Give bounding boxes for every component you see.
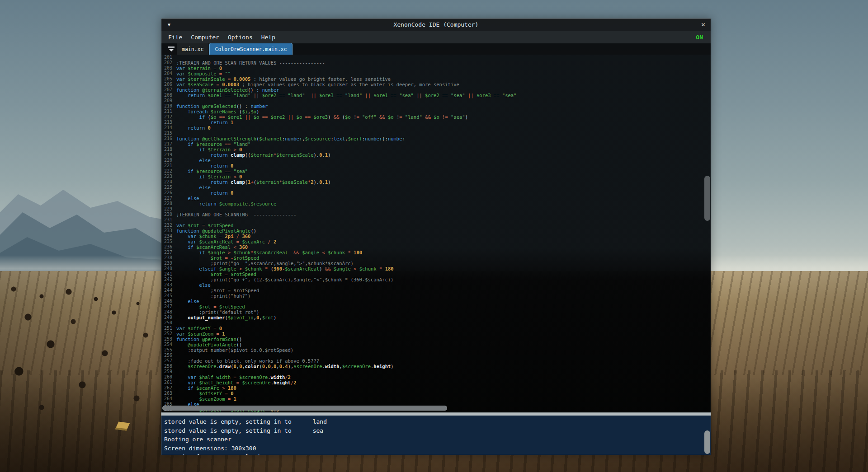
close-icon[interactable]: ✕ bbox=[701, 20, 705, 28]
line-number: 226 bbox=[161, 190, 172, 196]
code-line[interactable]: 217 if $resource == "land" bbox=[161, 141, 711, 147]
menu-help[interactable]: Help bbox=[260, 34, 277, 41]
code-line[interactable]: 260 var $half_width = $screenOre.width/2 bbox=[161, 374, 711, 380]
code-line[interactable]: 207function @terrainSelected() : number bbox=[161, 87, 711, 93]
power-status-badge[interactable]: ON bbox=[696, 34, 703, 41]
code-line[interactable]: 228 return $composite.$resource bbox=[161, 201, 711, 206]
code-line[interactable]: 201 bbox=[161, 55, 711, 60]
code-line[interactable]: 204var $composite = "" bbox=[161, 71, 711, 76]
editor-console-divider[interactable] bbox=[161, 412, 711, 416]
code-line-text: $scanZoom = 1 bbox=[176, 396, 236, 402]
editor-vertical-scrollbar[interactable] bbox=[704, 176, 710, 221]
code-line-text: function @getChannelStrength($channel:nu… bbox=[176, 136, 405, 141]
code-line[interactable]: 256 bbox=[161, 353, 711, 358]
code-line[interactable]: 229 bbox=[161, 206, 711, 212]
code-line[interactable]: 225 else bbox=[161, 185, 711, 190]
code-line[interactable]: 247 $rot = $rotSpeed bbox=[161, 304, 711, 309]
menu-computer[interactable]: Computer bbox=[189, 34, 221, 41]
code-line[interactable]: 241 $rot = $rotSpeed bbox=[161, 271, 711, 277]
code-line[interactable]: 245 ;print("huh?") bbox=[161, 293, 711, 299]
code-line[interactable]: 255 ;output_number($pivot_io,0,$rotSpeed… bbox=[161, 347, 711, 353]
code-line[interactable]: 235 var $scanArcReal = $scanArc / 2 bbox=[161, 239, 711, 244]
code-line[interactable]: 236 if $scanArcReal < 360 bbox=[161, 244, 711, 250]
code-line[interactable]: 262 if $scanArc > 180 bbox=[161, 385, 711, 391]
code-line[interactable]: 206var $seaScale = 0.0003 ; higher value… bbox=[161, 82, 711, 87]
code-line[interactable]: 232var $rot = $rotSpeed bbox=[161, 223, 711, 228]
code-line-text: ;print("default rot") bbox=[176, 309, 259, 315]
code-line[interactable]: 205var $terrainScale = 0.0005 ; higher v… bbox=[161, 76, 711, 82]
code-line[interactable]: 242 ;print("go +", (12-$scanArc),$angle,… bbox=[161, 277, 711, 282]
code-line[interactable]: 231 bbox=[161, 217, 711, 223]
code-line[interactable]: 249 output_number($pivot_io,0,$rot) bbox=[161, 315, 711, 320]
code-line[interactable]: 222 if $resource == "sea" bbox=[161, 168, 711, 174]
code-line[interactable]: 251var $offsetY = 0 bbox=[161, 326, 711, 331]
code-line[interactable]: 259 bbox=[161, 369, 711, 374]
code-line[interactable]: 237 if $angle > $chunk*$scanArcReal && $… bbox=[161, 250, 711, 255]
code-line[interactable]: 243 else bbox=[161, 282, 711, 288]
code-line-text: $offsetY = 0 bbox=[176, 391, 233, 396]
code-lines: 201202;TERRAIN AND ORE SCAN RETURN VALUE… bbox=[161, 55, 711, 412]
code-line[interactable]: 248 ;print("default rot") bbox=[161, 309, 711, 315]
code-line[interactable]: 221 return 0 bbox=[161, 163, 711, 168]
code-line-text: ;TERRAIN AND ORE SCANNING --------------… bbox=[176, 212, 297, 217]
code-line[interactable]: 220 else bbox=[161, 158, 711, 163]
code-line-text: function @performScan() bbox=[176, 336, 242, 342]
code-line[interactable]: 261 var $half_height = $screenOre.height… bbox=[161, 380, 711, 385]
line-number: 256 bbox=[161, 353, 172, 358]
line-number: 245 bbox=[161, 293, 172, 299]
code-line[interactable]: 202;TERRAIN AND ORE SCAN RETURN VALUES -… bbox=[161, 60, 711, 65]
tab-ColorOreScanner.main.xc[interactable]: ColorOreScanner.main.xc bbox=[210, 43, 292, 55]
code-line[interactable]: 257 ;fade out to black, only works if ab… bbox=[161, 358, 711, 364]
code-line[interactable]: 238 $rot = -$rotSpeed bbox=[161, 255, 711, 261]
code-line[interactable]: 239 ;print("go -",$scanArc,$angle,">",$c… bbox=[161, 261, 711, 266]
code-line[interactable]: 211 foreach $oreNames ($i,$o) bbox=[161, 109, 711, 114]
line-number: 242 bbox=[161, 277, 172, 282]
code-editor[interactable]: 201202;TERRAIN AND ORE SCAN RETURN VALUE… bbox=[161, 55, 711, 412]
code-line[interactable]: 263 $offsetY = 0 bbox=[161, 391, 711, 396]
code-line[interactable]: 210function @oreSelected() : number bbox=[161, 103, 711, 109]
code-line[interactable]: 227 else bbox=[161, 196, 711, 201]
code-line[interactable]: 230;TERRAIN AND ORE SCANNING -----------… bbox=[161, 212, 711, 217]
code-line[interactable]: 214 return 0 bbox=[161, 125, 711, 131]
code-line[interactable]: 234 var $chunk = 2pi / 360 bbox=[161, 234, 711, 239]
code-line[interactable]: 219 return clamp(($terrain*$terrainScale… bbox=[161, 152, 711, 158]
code-line[interactable]: 258 $screenOre.draw(0,0,color(0,0,0,0.4)… bbox=[161, 364, 711, 369]
code-line[interactable]: 215 bbox=[161, 131, 711, 136]
code-line[interactable]: 252var $scanZoom = 1 bbox=[161, 331, 711, 336]
code-line[interactable]: 213 return 1 bbox=[161, 120, 711, 125]
code-line[interactable]: 218 if $terrain > 0 bbox=[161, 147, 711, 152]
code-line[interactable]: 246 else bbox=[161, 299, 711, 304]
code-line[interactable]: 240 elseif $angle < $chunk * (360-$scanA… bbox=[161, 266, 711, 271]
code-line[interactable]: 208 return $ore1 == "land" || $ore2 == "… bbox=[161, 93, 711, 98]
line-number: 224 bbox=[161, 179, 172, 185]
code-line-text: if $resource == "sea" bbox=[176, 168, 248, 174]
code-line[interactable]: 216function @getChannelStrength($channel… bbox=[161, 136, 711, 141]
console-vertical-scrollbar[interactable] bbox=[704, 430, 710, 454]
line-number: 229 bbox=[161, 206, 172, 212]
code-line[interactable]: 212 if ($o == $ore1 || $o == $ore2 || $o… bbox=[161, 114, 711, 120]
code-line-text: if $terrain < 0 bbox=[176, 174, 242, 179]
tab-strip: main.xcColorOreScanner.main.xc bbox=[177, 43, 293, 55]
line-number: 218 bbox=[161, 147, 172, 152]
horizontal-scrollbar[interactable] bbox=[162, 406, 447, 411]
code-line[interactable]: 233function @updatePivotAngle() bbox=[161, 228, 711, 234]
tab-main.xc[interactable]: main.xc bbox=[177, 43, 208, 55]
code-line[interactable]: 264 $scanZoom = 1 bbox=[161, 396, 711, 402]
code-line[interactable]: 254 @updatePivotAngle() bbox=[161, 342, 711, 347]
line-number: 225 bbox=[161, 185, 172, 190]
code-line[interactable]: 250 bbox=[161, 320, 711, 326]
code-line[interactable]: 223 if $terrain < 0 bbox=[161, 174, 711, 179]
code-line[interactable]: 244 ;$rot = $rotSpeed bbox=[161, 288, 711, 293]
code-line[interactable]: 209 bbox=[161, 98, 711, 103]
code-line-text: return clamp(($terrain*$terrainScale),0,… bbox=[176, 152, 330, 158]
code-line[interactable]: 203var $terrain = 0 bbox=[161, 65, 711, 71]
code-line[interactable]: 226 return 0 bbox=[161, 190, 711, 196]
menu-options[interactable]: Options bbox=[226, 34, 254, 41]
code-line[interactable]: 253function @performScan() bbox=[161, 336, 711, 342]
menu-file[interactable]: File bbox=[167, 34, 184, 41]
code-line-text: $rot = -$rotSpeed bbox=[176, 255, 259, 261]
code-line-text: else bbox=[176, 158, 211, 163]
line-number: 206 bbox=[161, 82, 172, 87]
collapse-all-icon[interactable] bbox=[166, 43, 176, 55]
code-line[interactable]: 224 return clamp(1+($terrain*$seaScale*2… bbox=[161, 179, 711, 185]
